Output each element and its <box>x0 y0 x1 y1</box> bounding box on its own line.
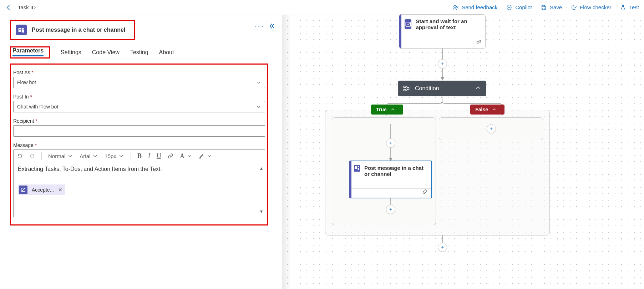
flow-checker-label: Flow checker <box>580 4 611 10</box>
message-body[interactable]: Extracting Tasks, To-Dos, and Action Ite… <box>14 162 265 217</box>
svg-rect-11 <box>407 88 409 90</box>
condition-title: Condition <box>415 85 439 92</box>
svg-point-4 <box>22 28 24 30</box>
tab-code-view[interactable]: Code View <box>92 46 120 59</box>
size-dropdown[interactable]: 15px <box>105 153 124 159</box>
top-bar: Task ID Send feedback Copilot Save Flow … <box>0 0 644 15</box>
parameters-form: Post As * Flow bot Post In * Chat with F… <box>10 64 268 225</box>
condition-node[interactable]: Condition <box>398 81 486 96</box>
tab-parameters[interactable]: Parameters <box>12 45 44 56</box>
condition-icon <box>403 85 410 92</box>
back-button[interactable] <box>5 4 12 11</box>
token-label: Accepte... <box>32 187 54 193</box>
post-as-value: Flow bot <box>17 80 36 85</box>
redo-button[interactable] <box>29 153 35 159</box>
tab-settings[interactable]: Settings <box>61 46 81 59</box>
dynamic-token[interactable]: Accepte... ✕ <box>18 184 65 195</box>
link-icon <box>476 39 482 46</box>
chevron-down-icon <box>256 80 261 85</box>
teams-icon: T <box>16 25 27 35</box>
message-text: Extracting Tasks, To-Dos, and Action Ite… <box>18 166 260 172</box>
highlight-button[interactable] <box>199 153 212 159</box>
flow-checker-button[interactable]: Flow checker <box>571 4 611 11</box>
test-label: Test <box>629 4 639 10</box>
approval-icon <box>405 19 411 29</box>
approval-node[interactable]: Start and wait for an approval of text <box>399 14 486 49</box>
add-step-false-button[interactable]: ＋ <box>487 124 496 133</box>
test-button[interactable]: Test <box>620 4 639 11</box>
post-as-label: Post As * <box>13 70 265 75</box>
tab-testing[interactable]: Testing <box>130 46 148 59</box>
style-dropdown[interactable]: Normal <box>48 153 73 159</box>
add-step-after-post-button[interactable]: ＋ <box>386 205 395 214</box>
message-editor[interactable]: Normal Arial 15px B I U A Extracting Tas… <box>13 149 265 217</box>
teams-icon <box>354 165 360 172</box>
svg-rect-16 <box>355 166 357 169</box>
details-panel: · · · T Post message in a chat or channe… <box>0 15 282 289</box>
post-as-select[interactable]: Flow bot <box>13 77 265 88</box>
token-icon <box>19 186 27 194</box>
recipient-label: Recipient * <box>13 118 265 124</box>
save-label: Save <box>550 4 562 10</box>
save-button[interactable]: Save <box>541 4 562 11</box>
more-button[interactable]: · · · <box>254 23 263 30</box>
scroll-down-icon[interactable]: ▾ <box>260 208 263 214</box>
true-branch-label[interactable]: True <box>371 105 403 115</box>
svg-rect-10 <box>404 90 406 91</box>
message-label: Message * <box>13 142 265 148</box>
send-feedback-label: Send feedback <box>462 4 497 10</box>
copilot-label: Copilot <box>515 4 532 10</box>
rte-toolbar: Normal Arial 15px B I U A <box>14 150 265 162</box>
add-step-true-button[interactable]: ＋ <box>386 138 395 148</box>
link-icon <box>422 189 428 196</box>
chevron-up-icon <box>390 107 395 112</box>
chevron-down-icon <box>256 104 261 109</box>
chevron-up-icon <box>492 107 497 112</box>
approval-title: Start and wait for an approval of text <box>416 18 480 30</box>
condition-branches: True False ＋ P <box>325 110 550 235</box>
svg-point-17 <box>358 166 359 167</box>
underline-button[interactable]: U <box>157 152 161 160</box>
action-card-header[interactable]: T Post message in a chat or channel <box>10 20 135 40</box>
copilot-button[interactable]: Copilot <box>506 4 532 11</box>
chevron-up-icon <box>475 85 481 92</box>
add-step-bottom-button[interactable]: ＋ <box>438 243 447 252</box>
post-node-title: Post message in a chat or channel <box>364 165 427 177</box>
send-feedback-button[interactable]: Send feedback <box>452 4 497 11</box>
true-branch-box: ＋ Post message in a chat or channel <box>332 117 436 225</box>
link-button[interactable] <box>168 153 173 159</box>
italic-button[interactable]: I <box>148 152 150 160</box>
tab-about[interactable]: About <box>159 46 174 59</box>
svg-rect-9 <box>404 86 406 87</box>
font-color-button[interactable]: A <box>180 152 192 160</box>
undo-button[interactable] <box>17 153 23 159</box>
bold-button[interactable]: B <box>137 152 142 160</box>
recipient-input[interactable] <box>13 125 265 137</box>
token-remove-button[interactable]: ✕ <box>58 187 62 193</box>
svg-text:T: T <box>19 29 21 32</box>
breadcrumb: Task ID <box>18 4 36 10</box>
post-message-node[interactable]: Post message in a chat or channel <box>349 161 432 198</box>
false-branch-label[interactable]: False <box>470 105 504 115</box>
collapse-panel-button[interactable] <box>268 22 275 31</box>
post-in-select[interactable]: Chat with Flow bot <box>13 101 265 112</box>
post-in-value: Chat with Flow bot <box>17 104 58 110</box>
post-in-label: Post In * <box>13 94 265 100</box>
add-step-button[interactable]: ＋ <box>438 59 447 69</box>
font-dropdown[interactable]: Arial <box>80 153 98 159</box>
false-branch-box: ＋ <box>439 117 543 140</box>
action-title: Post message in a chat or channel <box>32 27 125 33</box>
flow-canvas[interactable]: Start and wait for an approval of text ＋… <box>282 15 644 289</box>
svg-marker-8 <box>441 77 444 81</box>
svg-point-0 <box>454 5 456 7</box>
scroll-up-icon[interactable]: ▴ <box>260 165 263 171</box>
tabs-row: Parameters Settings Code View Testing Ab… <box>10 46 275 59</box>
